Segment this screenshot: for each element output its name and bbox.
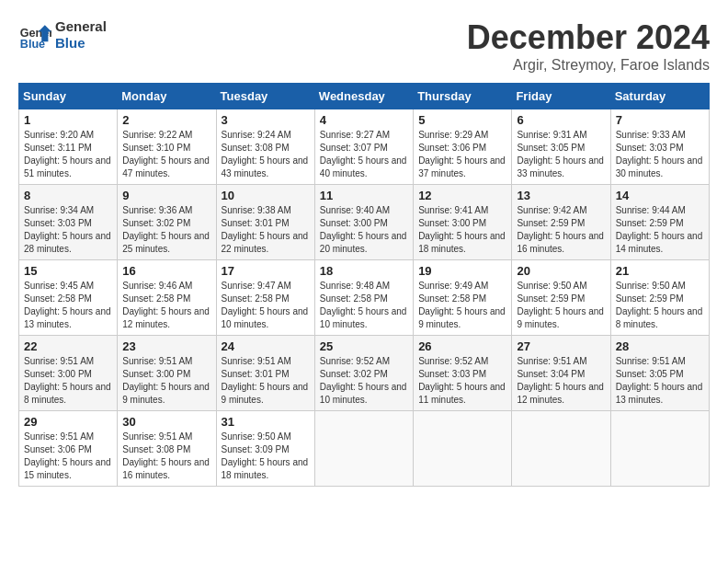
table-row: 1Sunrise: 9:20 AM Sunset: 3:11 PM Daylig… <box>19 109 118 185</box>
location-title: Argir, Streymoy, Faroe Islands <box>467 57 710 74</box>
title-section: December 2024 Argir, Streymoy, Faroe Isl… <box>467 18 710 74</box>
page-header: General Blue General Blue December 2024 … <box>18 18 710 74</box>
table-row: 22Sunrise: 9:51 AM Sunset: 3:00 PM Dayli… <box>19 336 118 411</box>
day-number: 27 <box>517 339 605 353</box>
day-info: Sunrise: 9:36 AM Sunset: 3:02 PM Dayligh… <box>122 204 210 256</box>
day-info: Sunrise: 9:48 AM Sunset: 2:58 PM Dayligh… <box>320 280 408 331</box>
table-row <box>314 411 413 487</box>
day-info: Sunrise: 9:49 AM Sunset: 2:58 PM Dayligh… <box>418 280 506 331</box>
day-number: 9 <box>122 189 210 202</box>
day-info: Sunrise: 9:31 AM Sunset: 3:05 PM Dayligh… <box>517 129 605 180</box>
table-row: 17Sunrise: 9:47 AM Sunset: 2:58 PM Dayli… <box>216 260 314 336</box>
calendar-row: 8Sunrise: 9:34 AM Sunset: 3:03 PM Daylig… <box>19 185 710 260</box>
table-row: 28Sunrise: 9:51 AM Sunset: 3:05 PM Dayli… <box>610 336 709 411</box>
day-info: Sunrise: 9:51 AM Sunset: 3:08 PM Dayligh… <box>122 431 210 482</box>
day-info: Sunrise: 9:51 AM Sunset: 3:00 PM Dayligh… <box>24 355 112 407</box>
day-info: Sunrise: 9:51 AM Sunset: 3:06 PM Dayligh… <box>24 431 112 482</box>
table-row: 2Sunrise: 9:22 AM Sunset: 3:10 PM Daylig… <box>118 109 216 185</box>
table-row: 11Sunrise: 9:40 AM Sunset: 3:00 PM Dayli… <box>314 185 413 260</box>
calendar-row: 15Sunrise: 9:45 AM Sunset: 2:58 PM Dayli… <box>19 260 710 336</box>
header-saturday: Saturday <box>610 84 709 109</box>
day-number: 23 <box>122 339 210 353</box>
logo-blue: Blue <box>55 35 107 52</box>
day-number: 31 <box>222 415 310 429</box>
day-number: 29 <box>24 415 112 429</box>
table-row: 26Sunrise: 9:52 AM Sunset: 3:03 PM Dayli… <box>414 336 512 411</box>
day-number: 20 <box>517 264 605 278</box>
table-row: 13Sunrise: 9:42 AM Sunset: 2:59 PM Dayli… <box>512 185 610 260</box>
day-info: Sunrise: 9:38 AM Sunset: 3:01 PM Dayligh… <box>222 204 310 256</box>
day-number: 13 <box>517 189 605 202</box>
day-number: 5 <box>418 113 506 127</box>
day-info: Sunrise: 9:44 AM Sunset: 2:59 PM Dayligh… <box>616 204 704 256</box>
day-number: 12 <box>418 189 506 202</box>
day-info: Sunrise: 9:51 AM Sunset: 3:00 PM Dayligh… <box>122 355 210 407</box>
day-number: 17 <box>222 264 310 278</box>
day-number: 26 <box>418 339 506 353</box>
header-tuesday: Tuesday <box>216 84 314 109</box>
day-info: Sunrise: 9:24 AM Sunset: 3:08 PM Dayligh… <box>222 129 310 180</box>
day-info: Sunrise: 9:40 AM Sunset: 3:00 PM Dayligh… <box>320 204 408 256</box>
calendar-row: 29Sunrise: 9:51 AM Sunset: 3:06 PM Dayli… <box>19 411 710 487</box>
table-row: 6Sunrise: 9:31 AM Sunset: 3:05 PM Daylig… <box>512 109 610 185</box>
logo-general: General <box>55 18 107 35</box>
table-row: 8Sunrise: 9:34 AM Sunset: 3:03 PM Daylig… <box>19 185 118 260</box>
calendar-row: 22Sunrise: 9:51 AM Sunset: 3:00 PM Dayli… <box>19 336 710 411</box>
header-monday: Monday <box>118 84 216 109</box>
svg-text:Blue: Blue <box>20 38 45 51</box>
weekday-header-row: Sunday Monday Tuesday Wednesday Thursday… <box>19 84 710 109</box>
table-row: 25Sunrise: 9:52 AM Sunset: 3:02 PM Dayli… <box>314 336 413 411</box>
logo: General Blue General Blue <box>18 18 107 52</box>
day-info: Sunrise: 9:50 AM Sunset: 2:59 PM Dayligh… <box>517 280 605 331</box>
day-number: 16 <box>122 264 210 278</box>
table-row: 3Sunrise: 9:24 AM Sunset: 3:08 PM Daylig… <box>216 109 314 185</box>
day-number: 30 <box>122 415 210 429</box>
day-info: Sunrise: 9:33 AM Sunset: 3:03 PM Dayligh… <box>616 129 704 180</box>
day-number: 15 <box>24 264 112 278</box>
month-title: December 2024 <box>467 18 710 57</box>
calendar-table: Sunday Monday Tuesday Wednesday Thursday… <box>18 83 710 487</box>
day-info: Sunrise: 9:50 AM Sunset: 2:59 PM Dayligh… <box>616 280 704 331</box>
table-row: 4Sunrise: 9:27 AM Sunset: 3:07 PM Daylig… <box>314 109 413 185</box>
day-number: 21 <box>616 264 704 278</box>
day-number: 3 <box>222 113 310 127</box>
day-info: Sunrise: 9:20 AM Sunset: 3:11 PM Dayligh… <box>24 129 112 180</box>
day-info: Sunrise: 9:52 AM Sunset: 3:02 PM Dayligh… <box>320 355 408 407</box>
table-row: 18Sunrise: 9:48 AM Sunset: 2:58 PM Dayli… <box>314 260 413 336</box>
day-info: Sunrise: 9:50 AM Sunset: 3:09 PM Dayligh… <box>222 431 310 482</box>
table-row: 27Sunrise: 9:51 AM Sunset: 3:04 PM Dayli… <box>512 336 610 411</box>
header-wednesday: Wednesday <box>314 84 413 109</box>
day-number: 8 <box>24 189 112 202</box>
table-row: 7Sunrise: 9:33 AM Sunset: 3:03 PM Daylig… <box>610 109 709 185</box>
header-sunday: Sunday <box>19 84 118 109</box>
calendar-row: 1Sunrise: 9:20 AM Sunset: 3:11 PM Daylig… <box>19 109 710 185</box>
table-row: 20Sunrise: 9:50 AM Sunset: 2:59 PM Dayli… <box>512 260 610 336</box>
day-number: 19 <box>418 264 506 278</box>
table-row <box>512 411 610 487</box>
table-row: 15Sunrise: 9:45 AM Sunset: 2:58 PM Dayli… <box>19 260 118 336</box>
day-info: Sunrise: 9:51 AM Sunset: 3:01 PM Dayligh… <box>222 355 310 407</box>
table-row: 30Sunrise: 9:51 AM Sunset: 3:08 PM Dayli… <box>118 411 216 487</box>
day-info: Sunrise: 9:51 AM Sunset: 3:04 PM Dayligh… <box>517 355 605 407</box>
day-info: Sunrise: 9:46 AM Sunset: 2:58 PM Dayligh… <box>122 280 210 331</box>
day-info: Sunrise: 9:42 AM Sunset: 2:59 PM Dayligh… <box>517 204 605 256</box>
day-info: Sunrise: 9:27 AM Sunset: 3:07 PM Dayligh… <box>320 129 408 180</box>
table-row: 10Sunrise: 9:38 AM Sunset: 3:01 PM Dayli… <box>216 185 314 260</box>
logo-icon: General Blue <box>18 18 51 52</box>
day-number: 22 <box>24 339 112 353</box>
day-info: Sunrise: 9:51 AM Sunset: 3:05 PM Dayligh… <box>616 355 704 407</box>
table-row: 23Sunrise: 9:51 AM Sunset: 3:00 PM Dayli… <box>118 336 216 411</box>
day-info: Sunrise: 9:22 AM Sunset: 3:10 PM Dayligh… <box>122 129 210 180</box>
table-row <box>414 411 512 487</box>
day-info: Sunrise: 9:45 AM Sunset: 2:58 PM Dayligh… <box>24 280 112 331</box>
day-number: 24 <box>222 339 310 353</box>
day-number: 11 <box>320 189 408 202</box>
table-row: 12Sunrise: 9:41 AM Sunset: 3:00 PM Dayli… <box>414 185 512 260</box>
table-row: 16Sunrise: 9:46 AM Sunset: 2:58 PM Dayli… <box>118 260 216 336</box>
day-number: 6 <box>517 113 605 127</box>
day-number: 14 <box>616 189 704 202</box>
table-row <box>610 411 709 487</box>
day-number: 4 <box>320 113 408 127</box>
header-thursday: Thursday <box>414 84 512 109</box>
table-row: 9Sunrise: 9:36 AM Sunset: 3:02 PM Daylig… <box>118 185 216 260</box>
